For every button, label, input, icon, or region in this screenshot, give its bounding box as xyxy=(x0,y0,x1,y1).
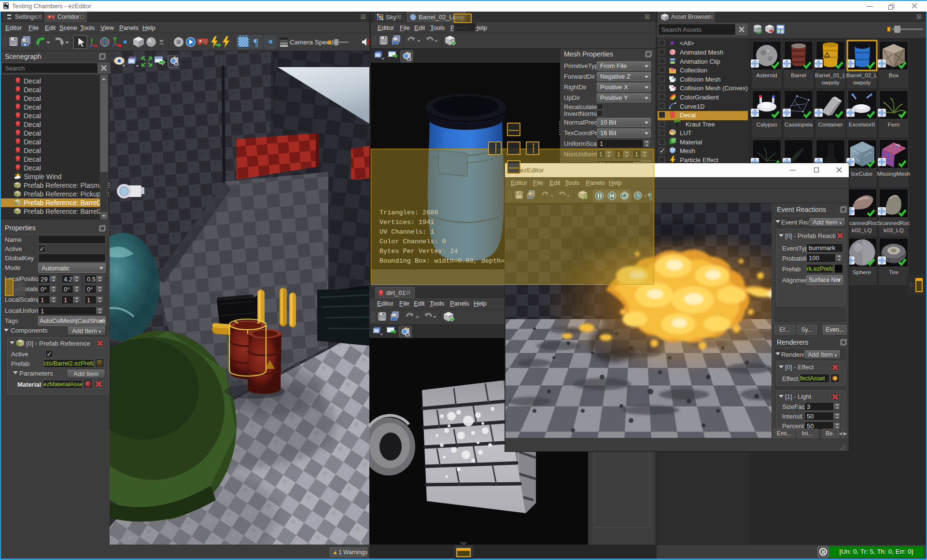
svg-text:Collision Mesh: Collision Mesh xyxy=(680,76,721,83)
svg-text:Tire: Tire xyxy=(889,269,899,276)
svg-text:Decal: Decal xyxy=(24,112,41,120)
svg-text:Decal: Decal xyxy=(24,155,41,163)
svg-text:Collision Mesh (Convex): Collision Mesh (Convex) xyxy=(680,84,748,92)
svg-text:Prefab Reference: Barrel2: Prefab Reference: Barrel2 xyxy=(24,199,102,207)
svg-text:Animation Clip: Animation Clip xyxy=(680,58,720,65)
svg-text:Collection: Collection xyxy=(680,67,707,74)
svg-text:MissingMesh: MissingMesh xyxy=(877,170,911,177)
svg-text:ColorGradient: ColorGradient xyxy=(680,94,719,101)
svg-text:Cassiopeia: Cassiopeia xyxy=(785,121,813,128)
svg-text:Curve1D: Curve1D xyxy=(680,103,704,110)
svg-text:Decal: Decal xyxy=(24,103,41,111)
svg-text:Barrel: Barrel xyxy=(791,72,806,79)
svg-text:owpoly: owpoly xyxy=(822,79,840,86)
svg-text:Decal: Decal xyxy=(24,129,41,137)
svg-text:Container: Container xyxy=(818,121,843,128)
svg-text:k02_LQ: k02_LQ xyxy=(852,227,871,234)
svg-text:ScannedRoc: ScannedRoc xyxy=(877,220,910,226)
svg-text:Mesh: Mesh xyxy=(680,147,695,154)
svg-text:Decal: Decal xyxy=(24,147,41,154)
svg-text:Decal: Decal xyxy=(24,86,41,94)
svg-text:Prefab Reference: Pickup_P...: Prefab Reference: Pickup_P... xyxy=(24,190,110,198)
svg-text:¶: ¶ xyxy=(253,36,258,48)
svg-text:ScannedRoc: ScannedRoc xyxy=(845,220,878,226)
svg-text:ExcelsiorII: ExcelsiorII xyxy=(849,121,875,128)
svg-text:Sphere: Sphere xyxy=(853,269,871,276)
svg-text:Barrel_02_L: Barrel_02_L xyxy=(846,72,878,79)
svg-text:LUT: LUT xyxy=(680,129,692,137)
svg-text:Prefab Reference: Barrel2: Prefab Reference: Barrel2 xyxy=(24,208,102,215)
svg-text:Calypso: Calypso xyxy=(757,121,777,128)
svg-text:Barrel_01_L: Barrel_01_L xyxy=(815,72,846,79)
svg-text:Me: Me xyxy=(896,143,900,147)
svg-text:Decal: Decal xyxy=(24,95,41,102)
svg-text:owpoly: owpoly xyxy=(853,79,871,86)
svg-text:Kraut Tree: Kraut Tree xyxy=(686,121,715,128)
svg-text:Box: Box xyxy=(889,72,899,79)
svg-text:¶: ¶ xyxy=(648,191,652,201)
svg-text:Decal: Decal xyxy=(680,112,696,119)
svg-text:Fern: Fern xyxy=(888,121,899,128)
svg-text:IceCube: IceCube xyxy=(851,170,872,177)
svg-text:k03_LQ: k03_LQ xyxy=(884,227,903,234)
svg-text:Asteroid: Asteroid xyxy=(756,72,777,79)
svg-text:Animated Mesh: Animated Mesh xyxy=(680,49,723,56)
svg-text:Camera Speed: Camera Speed xyxy=(290,39,334,46)
svg-text:✓: ✓ xyxy=(660,147,665,154)
svg-text:Decal: Decal xyxy=(24,164,41,172)
svg-text:Decal: Decal xyxy=(24,121,41,128)
svg-text:Simple Wind: Simple Wind xyxy=(24,173,62,181)
svg-text:Material: Material xyxy=(680,139,702,146)
svg-text:Prefab Reference: Plasma_S...: Prefab Reference: Plasma_S... xyxy=(24,182,110,189)
svg-text:Decal: Decal xyxy=(24,77,41,85)
svg-text:<All>: <All> xyxy=(680,40,694,47)
svg-text:Decal: Decal xyxy=(24,138,41,146)
